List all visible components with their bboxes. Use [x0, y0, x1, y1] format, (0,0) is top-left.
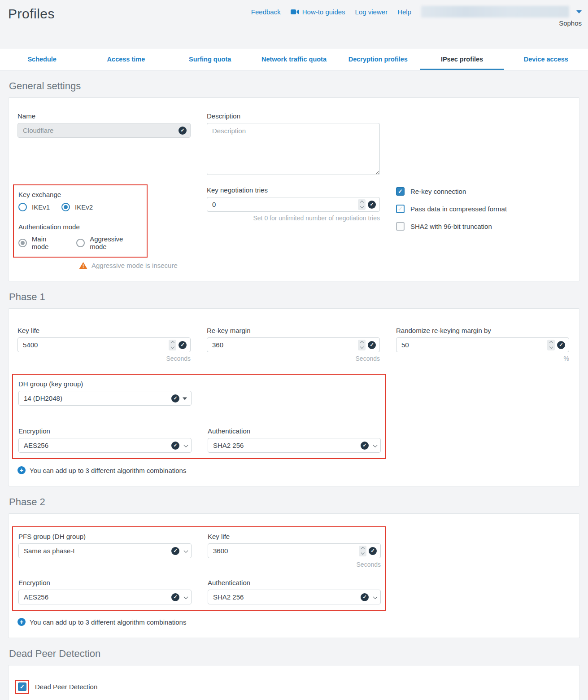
log-viewer-link[interactable]: Log viewer [355, 8, 388, 16]
p1-encryption-select[interactable]: AES256 ✓ [18, 438, 192, 453]
valid-check-icon: ✓ [361, 442, 369, 450]
p2-authentication-select[interactable]: SHA2 256 ✓ [208, 590, 381, 604]
number-stepper[interactable] [358, 340, 366, 350]
radio-icon [18, 203, 27, 211]
p2-key-life-field: ✓ [208, 543, 381, 558]
phase1-panel: Key life ✓ Seconds Re-key margin ✓ Secon… [8, 308, 580, 486]
howto-guides-label: How-to guides [302, 8, 345, 16]
p1-encryption-label: Encryption [18, 427, 192, 435]
chevron-down-icon [184, 595, 188, 599]
radio-ikev2[interactable]: IKEv2 [61, 203, 93, 211]
dpd-checkbox[interactable]: ✓ [18, 682, 26, 691]
highlight-box-dpd-checkbox: ✓ [15, 680, 29, 694]
page-header: Profiles Feedback How-to guides Log view… [0, 0, 588, 48]
compressed-format-option[interactable]: ✓ Pass data in compressed format [396, 205, 569, 213]
general-settings-heading: General settings [9, 80, 580, 92]
valid-check-icon: ✓ [369, 547, 377, 555]
help-link[interactable]: Help [397, 8, 411, 16]
howto-guides-link[interactable]: How-to guides [291, 8, 345, 16]
p1-dh-group-select[interactable]: 14 (DH2048) ✓ [18, 391, 192, 406]
highlight-box-phase1-algorithms: DH group (key group) 14 (DH2048) ✓ Encry… [12, 374, 386, 459]
user-account-menu[interactable] [421, 6, 569, 18]
warning-text: Aggressive mode is insecure [91, 262, 178, 269]
key-negotiation-field: ✓ [207, 197, 380, 212]
radio-ikev1[interactable]: IKEv1 [18, 203, 50, 211]
p1-add-note: You can add up to 3 different algorithm … [30, 467, 186, 474]
p2-encryption-select[interactable]: AES256 ✓ [18, 590, 192, 604]
key-negotiation-label: Key negotiation tries [207, 186, 380, 194]
key-negotiation-hint: Set 0 for unlimited number of negotiatio… [207, 214, 380, 222]
p1-dh-group-value: 14 (DH2048) [24, 394, 62, 402]
valid-check-icon: ✓ [171, 593, 179, 601]
radio-main-mode-label: Main mode [32, 235, 65, 250]
tab-access-time[interactable]: Access time [84, 48, 168, 70]
radio-ikev1-label: IKEv1 [32, 203, 50, 211]
warning-icon [79, 262, 87, 269]
number-stepper[interactable] [358, 199, 366, 210]
name-field: ✓ [17, 123, 191, 138]
p1-rekey-margin-input[interactable] [212, 341, 348, 349]
name-input[interactable] [23, 127, 159, 134]
p1-key-life-input[interactable] [23, 341, 159, 349]
log-viewer-label: Log viewer [355, 8, 388, 16]
feedback-label: Feedback [251, 8, 281, 16]
valid-check-icon: ✓ [361, 593, 369, 601]
chevron-down-icon [373, 595, 378, 599]
p1-randomize-input[interactable] [401, 341, 537, 349]
add-combination-icon[interactable]: + [17, 618, 26, 626]
tab-surfing-quota[interactable]: Surfing quota [168, 48, 252, 70]
p1-authentication-value: SHA2 256 [213, 442, 244, 449]
valid-check-icon: ✓ [179, 127, 187, 135]
radio-selected-icon [18, 239, 27, 247]
p1-encryption-value: AES256 [24, 442, 48, 449]
sha2-truncation-label: SHA2 with 96-bit truncation [410, 223, 492, 230]
help-label: Help [397, 8, 411, 16]
number-stepper[interactable] [359, 546, 366, 556]
p1-key-life-label: Key life [17, 327, 191, 334]
number-stepper[interactable] [547, 340, 555, 350]
checkbox-unchecked-icon[interactable] [396, 222, 405, 231]
p1-key-life-field: ✓ [17, 337, 191, 352]
tab-device-access[interactable]: Device access [504, 48, 588, 70]
name-label: Name [17, 112, 191, 120]
description-label: Description [207, 112, 380, 120]
dropdown-caret-icon [183, 397, 187, 400]
valid-check-icon: ✓ [171, 442, 179, 450]
p2-encryption-label: Encryption [18, 579, 192, 586]
p1-rekey-margin-field: ✓ [207, 337, 380, 352]
radio-selected-icon [61, 203, 70, 211]
compressed-format-label: Pass data in compressed format [410, 205, 507, 213]
dpd-enable-label: Dead Peer Detection [35, 683, 97, 691]
checkbox-unchecked-icon[interactable]: ✓ [396, 205, 405, 213]
number-stepper[interactable] [169, 340, 176, 350]
p2-pfs-group-value: Same as phase-I [24, 547, 74, 555]
p2-key-life-input[interactable] [213, 547, 349, 555]
valid-check-icon: ✓ [368, 201, 376, 209]
p2-encryption-value: AES256 [24, 593, 48, 601]
valid-check-icon: ✓ [171, 547, 179, 555]
key-negotiation-input[interactable] [212, 201, 348, 208]
description-input[interactable] [207, 123, 380, 175]
p1-authentication-select[interactable]: SHA2 256 ✓ [208, 438, 381, 453]
p2-pfs-group-select[interactable]: Same as phase-I ✓ [18, 543, 192, 558]
p1-rekey-margin-hint: Seconds [207, 355, 380, 362]
tab-schedule[interactable]: Schedule [0, 48, 84, 70]
video-camera-icon [291, 9, 299, 15]
valid-check-icon: ✓ [557, 341, 565, 349]
phase2-panel: PFS group (DH group) Same as phase-I ✓ K… [8, 513, 580, 638]
tab-network-traffic-quota[interactable]: Network traffic quota [252, 48, 336, 70]
p1-authentication-label: Authentication [208, 427, 381, 435]
highlight-box-phase2-algorithms: PFS group (DH group) Same as phase-I ✓ K… [12, 526, 386, 611]
sha2-truncation-option[interactable]: SHA2 with 96-bit truncation [396, 222, 569, 231]
chevron-down-icon[interactable] [576, 10, 582, 13]
rekey-connection-option[interactable]: ✓ Re-key connection [396, 187, 569, 196]
tab-decryption-profiles[interactable]: Decryption profiles [336, 48, 420, 70]
radio-aggressive-mode[interactable]: Aggressive mode [76, 235, 141, 250]
dpd-heading: Dead Peer Detection [9, 648, 580, 660]
tab-ipsec-profiles[interactable]: IPsec profiles [420, 48, 504, 70]
checkbox-checked-icon[interactable]: ✓ [396, 187, 405, 196]
p1-randomize-label: Randomize re-keying margin by [396, 327, 569, 334]
add-combination-icon[interactable]: + [17, 466, 26, 474]
radio-main-mode[interactable]: Main mode [18, 235, 65, 250]
feedback-link[interactable]: Feedback [251, 8, 281, 16]
